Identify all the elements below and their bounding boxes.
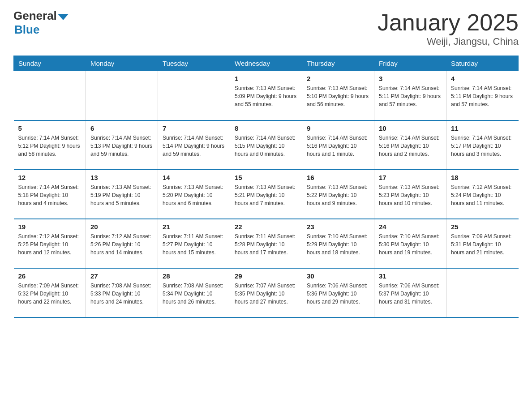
logo-blue-text: Blue — [14, 23, 39, 36]
day-number: 19 — [18, 223, 82, 231]
calendar-table: SundayMondayTuesdayWednesdayThursdayFrid… — [13, 56, 519, 318]
day-number: 31 — [379, 272, 442, 280]
calendar-cell: 24Sunrise: 7:10 AM Sunset: 5:30 PM Dayli… — [374, 219, 446, 268]
day-number: 24 — [379, 223, 442, 231]
day-number: 21 — [163, 223, 225, 231]
calendar-cell: 4Sunrise: 7:14 AM Sunset: 5:11 PM Daylig… — [446, 71, 519, 120]
calendar-subtitle: Weiji, Jiangsu, China — [378, 36, 519, 47]
day-number: 27 — [90, 272, 153, 280]
calendar-cell — [14, 71, 86, 120]
calendar-week-1: 1Sunrise: 7:13 AM Sunset: 5:09 PM Daylig… — [14, 71, 519, 120]
calendar-cell: 13Sunrise: 7:13 AM Sunset: 5:19 PM Dayli… — [86, 170, 158, 219]
calendar-cell: 27Sunrise: 7:08 AM Sunset: 5:33 PM Dayli… — [86, 268, 158, 317]
day-info: Sunrise: 7:14 AM Sunset: 5:17 PM Dayligh… — [451, 134, 514, 158]
title-section: January 2025 Weiji, Jiangsu, China — [378, 9, 519, 47]
day-number: 30 — [307, 272, 369, 280]
calendar-cell: 19Sunrise: 7:12 AM Sunset: 5:25 PM Dayli… — [14, 219, 86, 268]
calendar-cell — [158, 71, 230, 120]
calendar-week-4: 19Sunrise: 7:12 AM Sunset: 5:25 PM Dayli… — [14, 219, 519, 268]
day-number: 25 — [451, 223, 514, 231]
day-info: Sunrise: 7:12 AM Sunset: 5:24 PM Dayligh… — [451, 183, 514, 207]
calendar-cell: 29Sunrise: 7:07 AM Sunset: 5:35 PM Dayli… — [230, 268, 302, 317]
day-info: Sunrise: 7:13 AM Sunset: 5:21 PM Dayligh… — [235, 183, 297, 207]
calendar-cell: 31Sunrise: 7:06 AM Sunset: 5:37 PM Dayli… — [374, 268, 446, 317]
header-day-sunday: Sunday — [14, 56, 86, 71]
calendar-cell: 10Sunrise: 7:14 AM Sunset: 5:16 PM Dayli… — [374, 120, 446, 170]
day-number: 14 — [163, 174, 225, 181]
logo-general-text: General — [13, 9, 57, 23]
day-number: 2 — [307, 75, 369, 82]
page-header: General Blue January 2025 Weiji, Jiangsu… — [13, 9, 519, 47]
calendar-cell: 6Sunrise: 7:14 AM Sunset: 5:13 PM Daylig… — [86, 120, 158, 170]
day-number: 13 — [90, 174, 153, 181]
day-info: Sunrise: 7:13 AM Sunset: 5:10 PM Dayligh… — [307, 84, 369, 108]
header-day-thursday: Thursday — [302, 56, 374, 71]
day-info: Sunrise: 7:14 AM Sunset: 5:14 PM Dayligh… — [163, 134, 225, 158]
logo-arrow2-icon — [63, 14, 69, 20]
day-number: 17 — [379, 174, 442, 181]
day-number: 26 — [18, 272, 82, 280]
day-info: Sunrise: 7:14 AM Sunset: 5:13 PM Dayligh… — [90, 134, 153, 158]
day-number: 22 — [235, 223, 297, 231]
day-number: 5 — [18, 124, 82, 132]
day-info: Sunrise: 7:11 AM Sunset: 5:27 PM Dayligh… — [163, 232, 225, 257]
logo-arrow-icon — [58, 14, 63, 20]
day-info: Sunrise: 7:13 AM Sunset: 5:20 PM Dayligh… — [163, 183, 225, 207]
day-number: 15 — [235, 174, 297, 181]
calendar-header: SundayMondayTuesdayWednesdayThursdayFrid… — [14, 56, 519, 71]
day-number: 12 — [18, 174, 82, 181]
calendar-cell: 21Sunrise: 7:11 AM Sunset: 5:27 PM Dayli… — [158, 219, 230, 268]
calendar-cell: 8Sunrise: 7:14 AM Sunset: 5:15 PM Daylig… — [230, 120, 302, 170]
day-info: Sunrise: 7:06 AM Sunset: 5:37 PM Dayligh… — [379, 282, 442, 306]
day-info: Sunrise: 7:08 AM Sunset: 5:34 PM Dayligh… — [163, 282, 225, 306]
day-number: 6 — [90, 124, 153, 132]
day-info: Sunrise: 7:14 AM Sunset: 5:11 PM Dayligh… — [379, 84, 442, 108]
calendar-cell — [446, 268, 519, 317]
day-number: 4 — [451, 75, 514, 82]
day-number: 28 — [163, 272, 225, 280]
day-number: 7 — [163, 124, 225, 132]
day-info: Sunrise: 7:13 AM Sunset: 5:09 PM Dayligh… — [235, 84, 297, 108]
day-number: 23 — [307, 223, 369, 231]
calendar-body: 1Sunrise: 7:13 AM Sunset: 5:09 PM Daylig… — [14, 71, 519, 317]
day-info: Sunrise: 7:14 AM Sunset: 5:11 PM Dayligh… — [451, 84, 514, 108]
calendar-week-5: 26Sunrise: 7:09 AM Sunset: 5:32 PM Dayli… — [14, 268, 519, 317]
header-day-wednesday: Wednesday — [230, 56, 302, 71]
header-row: SundayMondayTuesdayWednesdayThursdayFrid… — [14, 56, 519, 71]
day-info: Sunrise: 7:09 AM Sunset: 5:32 PM Dayligh… — [18, 282, 82, 306]
calendar-cell: 23Sunrise: 7:10 AM Sunset: 5:29 PM Dayli… — [302, 219, 374, 268]
day-info: Sunrise: 7:09 AM Sunset: 5:31 PM Dayligh… — [451, 232, 514, 257]
day-number: 16 — [307, 174, 369, 181]
day-number: 9 — [307, 124, 369, 132]
calendar-week-2: 5Sunrise: 7:14 AM Sunset: 5:12 PM Daylig… — [14, 120, 519, 170]
day-info: Sunrise: 7:10 AM Sunset: 5:29 PM Dayligh… — [307, 232, 369, 257]
day-info: Sunrise: 7:07 AM Sunset: 5:35 PM Dayligh… — [235, 282, 297, 306]
header-day-saturday: Saturday — [446, 56, 519, 71]
day-info: Sunrise: 7:12 AM Sunset: 5:25 PM Dayligh… — [18, 232, 82, 257]
day-info: Sunrise: 7:14 AM Sunset: 5:16 PM Dayligh… — [307, 134, 369, 158]
day-info: Sunrise: 7:13 AM Sunset: 5:23 PM Dayligh… — [379, 183, 442, 207]
calendar-cell: 2Sunrise: 7:13 AM Sunset: 5:10 PM Daylig… — [302, 71, 374, 120]
header-day-tuesday: Tuesday — [158, 56, 230, 71]
header-day-monday: Monday — [86, 56, 158, 71]
day-info: Sunrise: 7:13 AM Sunset: 5:19 PM Dayligh… — [90, 183, 153, 207]
day-number: 18 — [451, 174, 514, 181]
day-info: Sunrise: 7:06 AM Sunset: 5:36 PM Dayligh… — [307, 282, 369, 306]
calendar-cell: 30Sunrise: 7:06 AM Sunset: 5:36 PM Dayli… — [302, 268, 374, 317]
calendar-cell: 12Sunrise: 7:14 AM Sunset: 5:18 PM Dayli… — [14, 170, 86, 219]
calendar-cell: 5Sunrise: 7:14 AM Sunset: 5:12 PM Daylig… — [14, 120, 86, 170]
day-number: 10 — [379, 124, 442, 132]
calendar-cell: 15Sunrise: 7:13 AM Sunset: 5:21 PM Dayli… — [230, 170, 302, 219]
day-number: 20 — [90, 223, 153, 231]
calendar-title: January 2025 — [378, 9, 519, 36]
day-info: Sunrise: 7:13 AM Sunset: 5:22 PM Dayligh… — [307, 183, 369, 207]
calendar-cell: 3Sunrise: 7:14 AM Sunset: 5:11 PM Daylig… — [374, 71, 446, 120]
calendar-cell: 16Sunrise: 7:13 AM Sunset: 5:22 PM Dayli… — [302, 170, 374, 219]
logo: General Blue — [13, 9, 69, 37]
calendar-cell: 14Sunrise: 7:13 AM Sunset: 5:20 PM Dayli… — [158, 170, 230, 219]
header-day-friday: Friday — [374, 56, 446, 71]
calendar-cell: 26Sunrise: 7:09 AM Sunset: 5:32 PM Dayli… — [14, 268, 86, 317]
day-info: Sunrise: 7:14 AM Sunset: 5:16 PM Dayligh… — [379, 134, 442, 158]
calendar-cell: 25Sunrise: 7:09 AM Sunset: 5:31 PM Dayli… — [446, 219, 519, 268]
day-number: 29 — [235, 272, 297, 280]
